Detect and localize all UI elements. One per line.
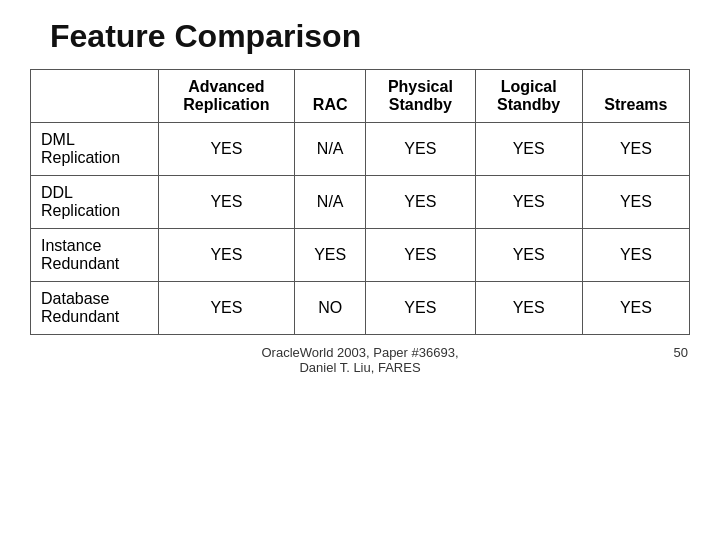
header-physical-standby: Physical Standby <box>366 70 475 123</box>
row-label-instance: Instance Redundant <box>31 229 159 282</box>
footer: OracleWorld 2003, Paper #36693, Daniel T… <box>30 345 690 375</box>
cell-instance-streams: YES <box>582 229 689 282</box>
header-rac: RAC <box>295 70 366 123</box>
header-empty <box>31 70 159 123</box>
page-title: Feature Comparison <box>50 18 361 55</box>
cell-instance-logical: YES <box>475 229 582 282</box>
header-logical-standby: Logical Standby <box>475 70 582 123</box>
cell-instance-advrep: YES <box>158 229 295 282</box>
cell-ddl-streams: YES <box>582 176 689 229</box>
cell-dml-physical: YES <box>366 123 475 176</box>
cell-ddl-advrep: YES <box>158 176 295 229</box>
cell-database-logical: YES <box>475 282 582 335</box>
comparison-table-wrapper: Advanced Replication RAC Physical Standb… <box>30 69 690 335</box>
cell-instance-rac: YES <box>295 229 366 282</box>
table-row: DML Replication YES N/A YES YES YES <box>31 123 690 176</box>
cell-database-rac: NO <box>295 282 366 335</box>
header-row: Advanced Replication RAC Physical Standb… <box>31 70 690 123</box>
cell-ddl-rac: N/A <box>295 176 366 229</box>
row-label-dml: DML Replication <box>31 123 159 176</box>
cell-dml-streams: YES <box>582 123 689 176</box>
cell-dml-advrep: YES <box>158 123 295 176</box>
cell-ddl-logical: YES <box>475 176 582 229</box>
table-row: Instance Redundant YES YES YES YES YES <box>31 229 690 282</box>
cell-database-streams: YES <box>582 282 689 335</box>
cell-ddl-physical: YES <box>366 176 475 229</box>
cell-database-physical: YES <box>366 282 475 335</box>
row-label-ddl: DDL Replication <box>31 176 159 229</box>
header-streams: Streams <box>582 70 689 123</box>
table-row: DDL Replication YES N/A YES YES YES <box>31 176 690 229</box>
footer-citation: OracleWorld 2003, Paper #36693, Daniel T… <box>62 345 658 375</box>
row-label-database: Database Redundant <box>31 282 159 335</box>
table-row: Database Redundant YES NO YES YES YES <box>31 282 690 335</box>
cell-dml-rac: N/A <box>295 123 366 176</box>
cell-instance-physical: YES <box>366 229 475 282</box>
footer-page-number: 50 <box>658 345 688 375</box>
comparison-table: Advanced Replication RAC Physical Standb… <box>30 69 690 335</box>
header-advanced-replication: Advanced Replication <box>158 70 295 123</box>
cell-dml-logical: YES <box>475 123 582 176</box>
cell-database-advrep: YES <box>158 282 295 335</box>
